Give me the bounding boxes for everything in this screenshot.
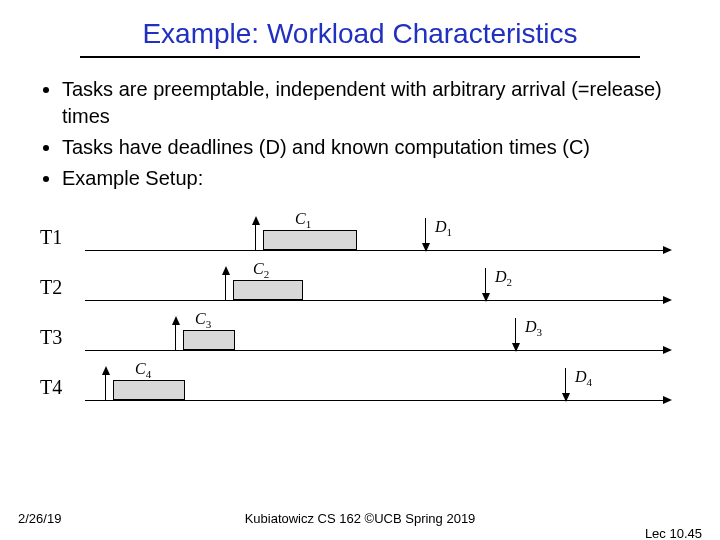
row-t1: T1 C1 D1 xyxy=(40,210,680,260)
row-label-t1: T1 xyxy=(40,226,62,249)
d-label-t3: D3 xyxy=(525,318,542,338)
footer-date: 2/26/19 xyxy=(18,511,61,526)
bullet-2: Tasks have deadlines (D) and known compu… xyxy=(62,134,690,161)
release-arrow-t1 xyxy=(255,218,256,250)
c-label-t1: C1 xyxy=(295,210,311,230)
release-arrow-t3 xyxy=(175,318,176,350)
title-underline xyxy=(80,56,640,58)
deadline-arrow-t2 xyxy=(485,268,486,300)
timeline-diagram: T1 C1 D1 T2 C2 D2 T3 C3 D3 T4 C4 D4 xyxy=(40,210,680,430)
axis-t3 xyxy=(85,350,670,351)
bullet-1: Tasks are preemptable, independent with … xyxy=(62,76,690,130)
c-label-t3: C3 xyxy=(195,310,211,330)
d-label-t4: D4 xyxy=(575,368,592,388)
slide-footer: 2/26/19 Kubiatowicz CS 162 ©UCB Spring 2… xyxy=(0,511,720,526)
row-label-t3: T3 xyxy=(40,326,62,349)
row-label-t4: T4 xyxy=(40,376,62,399)
d-label-t2: D2 xyxy=(495,268,512,288)
footer-course: Kubiatowicz CS 162 ©UCB Spring 2019 xyxy=(0,511,720,526)
row-t3: T3 C3 D3 xyxy=(40,310,680,360)
d-label-t1: D1 xyxy=(435,218,452,238)
deadline-arrow-t1 xyxy=(425,218,426,250)
c-label-t2: C2 xyxy=(253,260,269,280)
deadline-arrow-t4 xyxy=(565,368,566,400)
c-label-t4: C4 xyxy=(135,360,151,380)
footer-lecnum: Lec 10.45 xyxy=(645,526,702,540)
bullet-list: Tasks are preemptable, independent with … xyxy=(40,76,690,192)
row-t2: T2 C2 D2 xyxy=(40,260,680,310)
task-box-t1 xyxy=(263,230,357,250)
row-t4: T4 C4 D4 xyxy=(40,360,680,410)
task-box-t3 xyxy=(183,330,235,350)
axis-t2 xyxy=(85,300,670,301)
slide-title: Example: Workload Characteristics xyxy=(0,0,720,56)
deadline-arrow-t3 xyxy=(515,318,516,350)
row-label-t2: T2 xyxy=(40,276,62,299)
release-arrow-t4 xyxy=(105,368,106,400)
task-box-t4 xyxy=(113,380,185,400)
axis-t1 xyxy=(85,250,670,251)
axis-t4 xyxy=(85,400,670,401)
release-arrow-t2 xyxy=(225,268,226,300)
task-box-t2 xyxy=(233,280,303,300)
bullet-3: Example Setup: xyxy=(62,165,690,192)
